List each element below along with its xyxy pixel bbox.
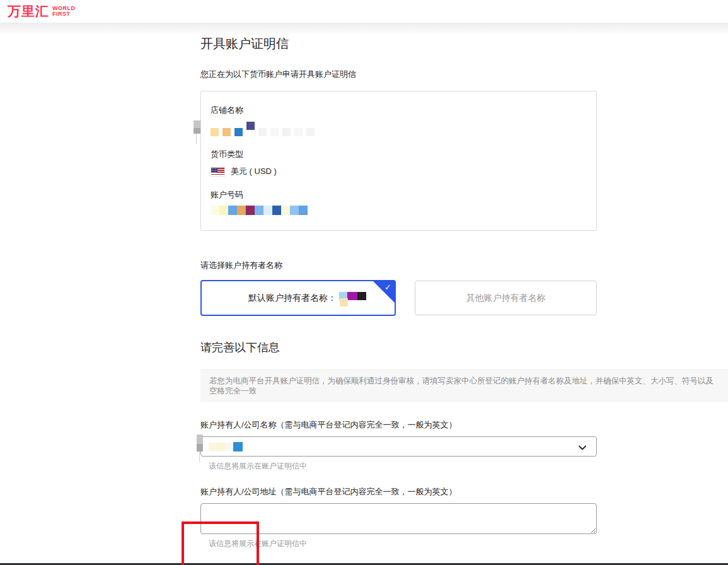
- notice-banner: 若您为电商平台开具账户证明信，为确保顺利通过身份审核，请填写卖家中心所登记的账户…: [200, 369, 728, 402]
- account-info-card: 店铺名称 货币类型 美元 ( USD ) 账户号码: [200, 91, 597, 231]
- worldfirst-logo[interactable]: 万里汇 WORLD FIRST: [8, 3, 76, 20]
- holder-name-value-redacted: [209, 441, 243, 451]
- top-header: 万里汇 WORLD FIRST: [0, 0, 728, 23]
- logo-cn-text: 万里汇: [8, 3, 49, 20]
- shop-name-redacted: [211, 120, 587, 136]
- holder-option-cards: 默认账户持有者名称： ✓ 其他账户持有者名称: [200, 280, 597, 316]
- holder-address-input[interactable]: [200, 503, 597, 534]
- logo-en-text: WORLD FIRST: [52, 6, 76, 17]
- holder-name-select[interactable]: [200, 436, 597, 457]
- currency-value: 美元 ( USD ): [231, 166, 277, 177]
- default-holder-name-redacted: [339, 292, 348, 305]
- default-holder-label: 默认账户持有者名称：: [248, 293, 337, 304]
- header-shadow: [0, 23, 728, 35]
- currency-type-label: 货币类型: [211, 149, 587, 160]
- holder-name-field-label: 账户持有人/公司名称（需与电商平台登记内容完全一致，一般为英文）: [200, 419, 597, 431]
- us-flag-icon: [211, 167, 225, 177]
- redaction-block: [197, 434, 203, 451]
- account-number-label: 账户号码: [211, 189, 587, 201]
- main-content: 开具账户证明信 您正在为以下货币账户申请开具账户证明信 店铺名称 货币类型 美元…: [200, 35, 597, 565]
- holder-name-helper: 该信息将展示在账户证明信中: [209, 461, 597, 472]
- chevron-down-icon: [577, 443, 587, 453]
- other-holder-label: 其他账户持有者名称: [466, 293, 546, 304]
- holder-select-label: 请选择账户持有者名称: [200, 260, 597, 271]
- holder-address-helper: 该信息将展示在账户证明信中: [209, 539, 597, 549]
- selected-corner-ribbon: [373, 281, 395, 303]
- page-subtitle: 您正在为以下货币账户申请开具账户证明信: [200, 69, 597, 80]
- form-section-title: 请完善以下信息: [200, 340, 597, 355]
- page-title: 开具账户证明信: [200, 35, 597, 52]
- default-holder-option[interactable]: 默认账户持有者名称： ✓: [200, 280, 396, 316]
- shop-name-label: 店铺名称: [211, 105, 587, 116]
- holder-address-field-label: 账户持有人/公司地址（需与电商平台登记内容完全一致，一般为英文）: [200, 486, 597, 498]
- check-icon: ✓: [384, 282, 391, 292]
- other-holder-option[interactable]: 其他账户持有者名称: [415, 281, 597, 315]
- redaction-block: [194, 120, 200, 134]
- currency-value-row: 美元 ( USD ): [211, 166, 587, 177]
- account-number-redacted: [211, 206, 587, 215]
